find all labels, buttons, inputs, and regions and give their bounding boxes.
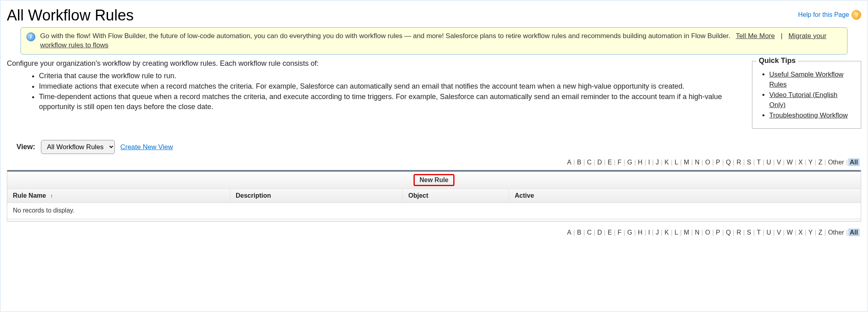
separator: | [773,159,775,166]
alpha-letter[interactable]: C [585,229,593,236]
alpha-letter[interactable]: F [616,229,623,236]
alpha-all[interactable]: All [848,229,860,236]
alpha-letter[interactable]: X [797,229,805,236]
info-text: Go with the flow! With Flow Builder, the… [40,32,842,50]
alpha-letter[interactable]: Q [724,158,732,166]
quick-tip-link[interactable]: Troubleshooting Workflow [769,111,848,119]
alpha-letter[interactable]: H [636,229,644,236]
create-new-view-link[interactable]: Create New View [120,143,173,151]
intro-and-tips: Configure your organization's workflow b… [7,59,861,129]
separator: | [743,229,745,236]
alpha-letter[interactable]: D [596,158,604,166]
help-link[interactable]: Help for this Page [798,11,849,18]
alpha-letter[interactable]: K [663,158,670,166]
quick-tip-link[interactable]: Video Tutorial (English Only) [769,91,837,109]
alpha-letter[interactable]: J [654,229,660,236]
alpha-letter[interactable]: S [745,158,753,166]
alpha-letter[interactable]: C [585,158,593,166]
alpha-letter[interactable]: R [735,229,743,236]
separator: | [691,229,693,236]
separator: | [661,159,662,166]
alpha-letter[interactable]: F [616,158,623,166]
separator: | [701,159,703,166]
separator: | [733,229,734,236]
alpha-letter[interactable]: K [663,229,670,236]
separator: | [623,229,625,236]
new-rule-button[interactable]: New Rule [414,174,454,186]
alpha-letter[interactable]: L [673,158,680,166]
separator: | [722,159,724,166]
alpha-letter[interactable]: R [735,158,743,166]
alpha-letter[interactable]: B [575,229,583,236]
grid-header: Rule Name ↑ Description Object Active [7,189,861,203]
alpha-letter[interactable]: U [765,158,773,166]
alpha-letter[interactable]: T [755,229,762,236]
separator: | [805,159,806,166]
alpha-letter[interactable]: X [797,158,805,166]
alpha-letter[interactable]: P [714,229,722,236]
separator: | [691,159,693,166]
alpha-letter[interactable]: B [575,158,583,166]
alpha-letter[interactable]: V [775,158,783,166]
column-rule-name[interactable]: Rule Name ↑ [7,189,230,203]
column-object[interactable]: Object [403,189,509,203]
alpha-letter[interactable]: L [673,229,680,236]
separator: | [701,229,703,236]
alpha-letter[interactable]: J [654,158,660,166]
separator: | [743,159,745,166]
alpha-all[interactable]: All [848,158,860,166]
alpha-letter[interactable]: Y [807,229,815,236]
alpha-letter[interactable]: M [682,158,691,166]
alpha-letter[interactable]: H [636,158,644,166]
column-description[interactable]: Description [230,189,403,203]
quick-tip-link[interactable]: Useful Sample Workflow Rules [769,71,844,89]
alpha-other[interactable]: Other [826,229,846,236]
separator: | [763,229,764,236]
alpha-letter[interactable]: N [693,229,701,236]
alpha-letter[interactable]: E [606,158,613,166]
list-item: Troubleshooting Workflow [769,110,853,121]
alpha-letter[interactable]: P [714,158,722,166]
alpha-letter[interactable]: O [703,229,711,236]
alpha-filter-top: A|B|C|D|E|F|G|H|I|J|K|L|M|N|O|P|Q|R|S|T|… [7,157,861,168]
alpha-letter[interactable]: Y [807,158,815,166]
alpha-letter[interactable]: I [647,229,652,236]
help-icon[interactable]: ? [852,10,861,20]
separator: | [824,229,826,236]
alpha-letter[interactable]: G [626,158,634,166]
alpha-letter[interactable]: A [565,229,573,236]
view-select[interactable]: All Workflow Rules [41,140,115,154]
alpha-letter[interactable]: I [647,158,652,166]
alpha-letter[interactable]: W [785,229,795,236]
alpha-letter[interactable]: Z [817,158,824,166]
separator: | [712,159,714,166]
tell-me-more-link[interactable]: Tell Me More [736,32,775,40]
alpha-letter[interactable]: U [765,229,773,236]
empty-message: No records to display. [13,207,75,214]
alpha-other[interactable]: Other [826,158,846,166]
column-active[interactable]: Active [509,189,861,203]
alpha-letter[interactable]: G [626,229,634,236]
separator: | [815,229,816,236]
separator: | [712,229,714,236]
alpha-letter[interactable]: W [785,158,795,166]
separator: | [652,159,654,166]
alpha-letter[interactable]: N [693,158,701,166]
alpha-letter[interactable]: D [596,229,604,236]
view-label: View: [16,143,35,151]
alpha-letter[interactable]: S [745,229,753,236]
separator: | [594,229,595,236]
view-row: View: All Workflow Rules Create New View [16,140,861,154]
alpha-letter[interactable]: Q [724,229,732,236]
separator: | [680,159,682,166]
alpha-letter[interactable]: Z [817,229,824,236]
alpha-letter[interactable]: M [682,229,691,236]
alpha-letter[interactable]: V [775,229,783,236]
separator: | [773,229,775,236]
quick-tips-title: Quick Tips [756,57,798,65]
alpha-letter[interactable]: E [606,229,613,236]
alpha-letter[interactable]: T [755,158,762,166]
alpha-letter[interactable]: A [565,158,573,166]
page-container: All Workflow Rules Help for this Page ? … [0,0,868,312]
alpha-letter[interactable]: O [703,158,711,166]
